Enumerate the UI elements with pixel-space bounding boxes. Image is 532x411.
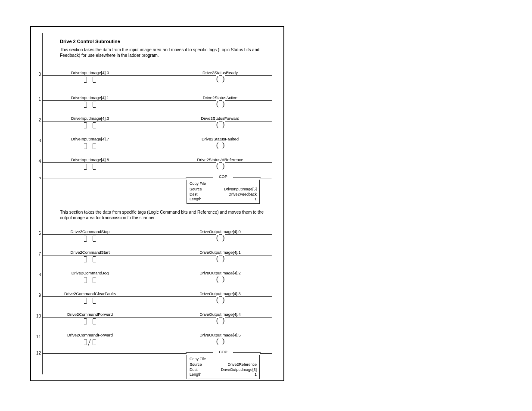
cop-param-label: Length [190,372,202,377]
xic-contact: DriveInputImage[4].7 [64,137,116,149]
ladder-diagram: Drive 2 Control Subroutine This section … [42,33,272,374]
contact-label: DriveInputImage[4].3 [64,116,116,121]
rung-number: 3 [36,138,41,143]
rung-5: 5 COP Copy File SourceDriveInputImage[5]… [43,171,272,208]
xic-contact: Drive2CommandClearFaults [64,292,116,304]
rung-number: 11 [36,334,41,339]
rung-number: 5 [36,175,41,180]
cop-head: COP [218,174,228,179]
contact-label: Drive2CommandStart [64,250,116,255]
coil-label: Drive2StatusActive [181,95,259,100]
rung-number: 9 [36,293,41,298]
coil-label: DriveOutputImage[4].2 [181,271,259,275]
coil-label: DriveOutputImage[4].0 [181,229,259,234]
rung-number: 1 [36,97,41,102]
rung-3: 3 DriveInputImage[4].7 Drive2StatusFault… [43,130,272,150]
rung-number: 0 [36,72,41,77]
xic-contact: DriveInputImage[4].8 [64,158,116,170]
section1-description: This section takes the data from the inp… [60,47,268,58]
contact-label: DriveInputImage[4].8 [64,157,116,162]
rung-number: 10 [36,314,41,318]
cop-param-value: 1 [202,197,257,202]
coil-label: Drive2StatusAtReference [181,157,259,162]
ote-coil: Drive2StatusReady () [181,71,259,83]
cop-param-value: DriveOutputImage[5] [198,367,257,372]
rung-12: 12 COP Copy File SourceDrive2Reference D… [43,346,272,383]
rung-number: 2 [36,118,41,122]
contact-label: DriveInputImage[4].7 [64,137,116,141]
coil-label: DriveOutputImage[4].4 [181,312,259,317]
contact-label: Drive2CommandForward [64,312,116,317]
cop-title: Copy File [190,181,257,186]
coil-label: DriveOutputImage[4].3 [181,291,259,296]
ote-coil: Drive2StatusFaulted () [181,137,259,149]
cop-param-label: Source [190,187,202,192]
contact-label: Drive2CommandClearFaults [64,291,116,296]
rung-number: 6 [36,231,41,236]
section2-description: This section takes the data from specifi… [60,210,268,221]
ote-coil: DriveOutputImage[4].1 () [181,251,259,262]
cop-param-label: Dest [190,192,198,197]
ote-coil: DriveOutputImage[4].3 () [181,292,259,304]
xic-contact: DriveInputImage[4].0 [64,71,116,83]
diagram-frame: Drive 2 Control Subroutine This section … [30,26,284,381]
cop-title: Copy File [190,357,257,361]
ote-coil: Drive2StatusForward () [181,117,259,128]
contact-label: DriveInputImage[4].1 [64,95,116,100]
rung-number: 4 [36,159,41,164]
rung-1: 1 DriveInputImage[4].1 Drive2StatusActiv… [43,88,272,109]
rung-9: 9 Drive2CommandClearFaults DriveOutputIm… [43,284,272,305]
cop-param-label: Source [190,362,202,367]
coil-label: Drive2StatusReady [181,70,259,75]
ote-coil: Drive2StatusAtReference () [181,158,259,170]
xio-contact: Drive2CommandForward [64,333,116,345]
cop-head: COP [218,350,228,354]
coil-label: Drive2StatusForward [181,116,259,121]
rung-number: 8 [36,272,41,277]
contact-label: Drive2CommandJog [64,271,116,275]
rung-number: 12 [36,351,41,355]
rung-4: 4 DriveInputImage[4].8 Drive2StatusAtRef… [43,150,272,171]
rung-2: 2 DriveInputImage[4].3 Drive2StatusForwa… [43,109,272,130]
xic-contact: Drive2CommandJog [64,271,116,283]
ote-coil: DriveOutputImage[4].2 () [181,271,259,283]
xic-contact: Drive2CommandStart [64,251,116,262]
rung-10: 10 Drive2CommandForward DriveOutputImage… [43,305,272,326]
xic-contact: Drive2CommandForward [64,313,116,324]
cop-param-label: Dest [190,367,198,372]
coil-label: DriveOutputImage[4].1 [181,250,259,255]
contact-label: Drive2CommandStop [64,229,116,234]
rung-8: 8 Drive2CommandJog DriveOutputImage[4].2… [43,264,272,284]
cop-instruction: COP Copy File SourceDrive2Reference Dest… [187,350,260,379]
cop-param-value: Drive2Reference [202,362,257,367]
cop-param-value: DriveInputImage[5] [202,187,257,192]
cop-instruction: COP Copy File SourceDriveInputImage[5] D… [187,174,260,204]
contact-label: DriveInputImage[4].0 [64,70,116,75]
ote-coil: Drive2StatusActive () [181,96,259,108]
rung-6: 6 Drive2CommandStop DriveOutputImage[4].… [43,222,272,243]
contact-label: Drive2CommandForward [64,333,116,337]
ote-coil: DriveOutputImage[4].0 () [181,230,259,242]
cop-param-value: Drive2Feedback [198,192,257,197]
rung-0: 0 DriveInputImage[4].0 Drive2StatusReady… [43,63,272,88]
xic-contact: DriveInputImage[4].1 [64,96,116,108]
coil-label: Drive2StatusFaulted [181,137,259,141]
coil-label: DriveOutputImage[4].5 [181,333,259,337]
subroutine-title: Drive 2 Control Subroutine [60,39,268,44]
xic-contact: Drive2CommandStop [64,230,116,242]
cop-param-label: Length [190,197,202,202]
rung-number: 7 [36,252,41,256]
cop-param-value: 1 [202,372,257,377]
rung-7: 7 Drive2CommandStart DriveOutputImage[4]… [43,243,272,264]
rung-11: 11 Drive2CommandForward DriveOutputImage… [43,326,272,346]
ote-coil: DriveOutputImage[4].4 () [181,313,259,324]
ote-coil: DriveOutputImage[4].5 () [181,333,259,345]
xic-contact: DriveInputImage[4].3 [64,117,116,128]
